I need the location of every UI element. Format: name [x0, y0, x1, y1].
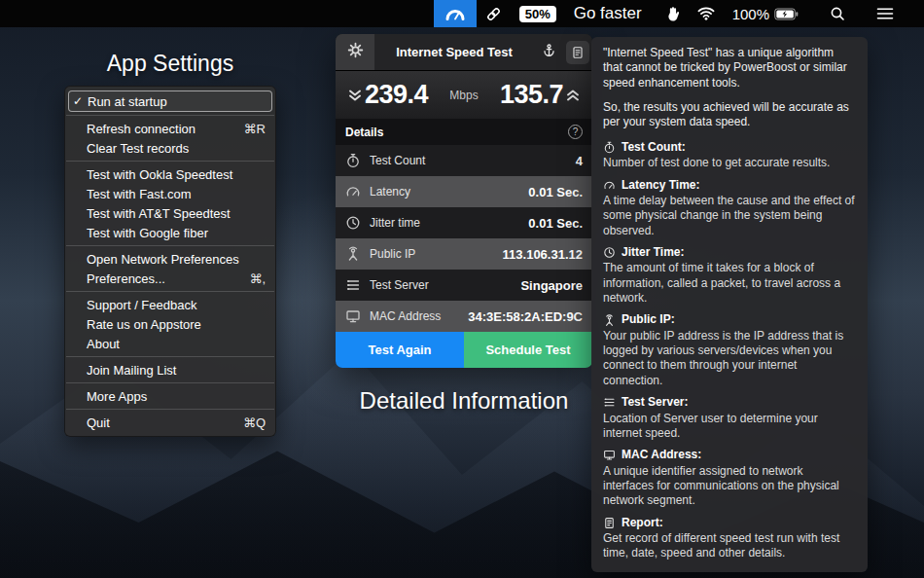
- wifi-menubar-button[interactable]: [689, 0, 724, 27]
- menu-item[interactable]: Test with AT&T Speedtest: [65, 203, 275, 223]
- info-paragraph: So, the results you achieved will be acc…: [603, 100, 856, 130]
- anchor-icon: [542, 43, 556, 62]
- monitor-icon: [603, 449, 616, 461]
- info-paragraph: "Internet Speed Test" has a unique algor…: [603, 46, 856, 90]
- gauge-icon: [345, 184, 361, 199]
- menu-separator: [66, 291, 274, 292]
- menu-list-button[interactable]: [868, 0, 903, 27]
- menu-item[interactable]: Test with Google fiber: [65, 223, 275, 242]
- menu-item-label: About: [87, 337, 120, 351]
- test-again-button[interactable]: Test Again: [336, 332, 464, 368]
- menu-item[interactable]: Rate us on Appstore: [65, 314, 275, 334]
- server-icon: [603, 396, 616, 409]
- menu-item[interactable]: Clear Test records: [65, 138, 275, 158]
- details-rows: Test Count4Latency0.01 Sec.Jitter time0.…: [336, 145, 592, 332]
- detail-row: Test ServerSingapore: [336, 270, 592, 301]
- report-icon: [566, 41, 589, 64]
- info-sections: Test Count:Number of test done to get ac…: [603, 140, 856, 561]
- info-section: MAC Address:A unique identifier assigned…: [603, 448, 856, 508]
- anchor-button[interactable]: [534, 34, 563, 70]
- app-settings-heading: App Settings: [64, 51, 276, 77]
- detail-row: Test Count4: [336, 145, 592, 176]
- menu-item-label: Quit: [87, 415, 110, 430]
- popover-title: Internet Speed Test: [374, 34, 534, 70]
- powerboost-menubar-item[interactable]: 50%: [511, 0, 565, 27]
- detail-row: Latency0.01 Sec.: [336, 176, 592, 207]
- info-section-title: Latency Time:: [622, 178, 699, 193]
- menu-item-label: Rate us on Appstore: [87, 317, 201, 332]
- detail-row-label: MAC Address: [370, 309, 441, 323]
- details-header: Details ?: [336, 119, 592, 145]
- popover-header: Internet Speed Test: [336, 34, 592, 71]
- wifi-icon: [697, 7, 715, 20]
- link-menubar-button[interactable]: [477, 0, 511, 27]
- menu-item[interactable]: More Apps: [65, 386, 275, 406]
- upload-chevrons-icon: [565, 88, 581, 103]
- checkmark-icon: ✓: [73, 94, 88, 108]
- menu-item[interactable]: Join Mailing List: [65, 360, 275, 379]
- clock-icon: [603, 246, 616, 259]
- menu-separator: [66, 356, 274, 357]
- detail-row-value: 0.01 Sec.: [528, 185, 583, 199]
- doc-icon: [603, 517, 616, 529]
- menu-separator: [66, 161, 274, 162]
- menu-item-label: Test with Fast.com: [87, 187, 192, 201]
- menu-item-label: More Apps: [87, 389, 147, 404]
- info-section-title-row: MAC Address:: [603, 448, 856, 462]
- menu-item-label: Test with AT&T Speedtest: [87, 206, 231, 221]
- menu-item[interactable]: Preferences...⌘,: [65, 269, 275, 288]
- go-faster-menubar-item[interactable]: Go faster: [565, 0, 657, 27]
- go-faster-label: Go faster: [574, 4, 642, 23]
- server-icon: [345, 277, 361, 293]
- menu-item[interactable]: About: [65, 334, 275, 353]
- schedule-test-button[interactable]: Schedule Test: [464, 332, 592, 368]
- info-section: Jitter Time:The amount of time it takes …: [603, 245, 856, 306]
- download-speed-value: 239.4: [365, 80, 428, 110]
- speed-readout: 239.4 Mbps 135.7: [336, 71, 592, 119]
- detail-row: Jitter time0.01 Sec.: [336, 207, 592, 238]
- info-section: Report:Get record of different speed tes…: [603, 516, 856, 561]
- menu-item[interactable]: Quit⌘Q: [65, 413, 275, 432]
- speedtest-menubar-button[interactable]: [434, 0, 477, 27]
- info-section-title-row: Report:: [603, 516, 856, 530]
- spotlight-button[interactable]: [821, 0, 854, 27]
- info-section-title-row: Test Server:: [603, 395, 856, 410]
- report-button[interactable]: [563, 34, 592, 70]
- popover-actions: Test Again Schedule Test: [336, 332, 592, 368]
- menu-item-label: Join Mailing List: [87, 363, 177, 378]
- menu-item-label: Refresh connection: [87, 122, 195, 136]
- settings-button[interactable]: [336, 34, 374, 70]
- menu-item[interactable]: Support / Feedback: [65, 295, 275, 314]
- powerboost-badge: 50%: [519, 6, 556, 22]
- hand-menubar-button[interactable]: [657, 0, 689, 27]
- desktop: 50% Go faster 100%: [0, 0, 924, 578]
- menu-item[interactable]: ✓Run at startup: [68, 90, 272, 112]
- speed-unit-label: Mbps: [428, 89, 500, 102]
- help-icon[interactable]: ?: [568, 125, 583, 139]
- info-section-title: Public IP:: [622, 312, 675, 327]
- speedometer-icon: [444, 6, 466, 21]
- link-icon: [485, 6, 502, 22]
- menu-item-label: Support / Feedback: [87, 298, 196, 312]
- stopwatch-icon: [603, 141, 616, 154]
- menu-item[interactable]: Open Network Preferences: [65, 249, 275, 269]
- app-settings-menu: ✓Run at startupRefresh connection⌘RClear…: [64, 86, 276, 437]
- search-icon: [830, 6, 845, 21]
- menu-item[interactable]: Refresh connection⌘R: [65, 119, 275, 138]
- info-section-body: Your public IP address is the IP address…: [603, 329, 856, 388]
- hand-icon: [665, 6, 680, 22]
- info-section-title-row: Test Count:: [603, 140, 856, 155]
- list-icon: [876, 7, 894, 20]
- battery-menubar-item[interactable]: 100%: [724, 0, 807, 27]
- battery-charging-icon: [774, 8, 799, 20]
- menu-separator: [66, 382, 274, 383]
- menu-item[interactable]: Test with Fast.com: [65, 184, 275, 203]
- info-section-title-row: Public IP:: [603, 312, 856, 327]
- detail-row: MAC Address34:3E:58:2A:ED:9C: [336, 301, 592, 332]
- detail-row-label: Latency: [370, 185, 410, 199]
- detail-row-value: 113.106.31.12: [503, 247, 583, 262]
- detail-row-value: 0.01 Sec.: [528, 216, 583, 231]
- menu-bar: 50% Go faster 100%: [0, 0, 924, 27]
- info-section-title: MAC Address:: [622, 448, 701, 462]
- menu-item[interactable]: Test with Ookla Speedtest: [65, 164, 275, 184]
